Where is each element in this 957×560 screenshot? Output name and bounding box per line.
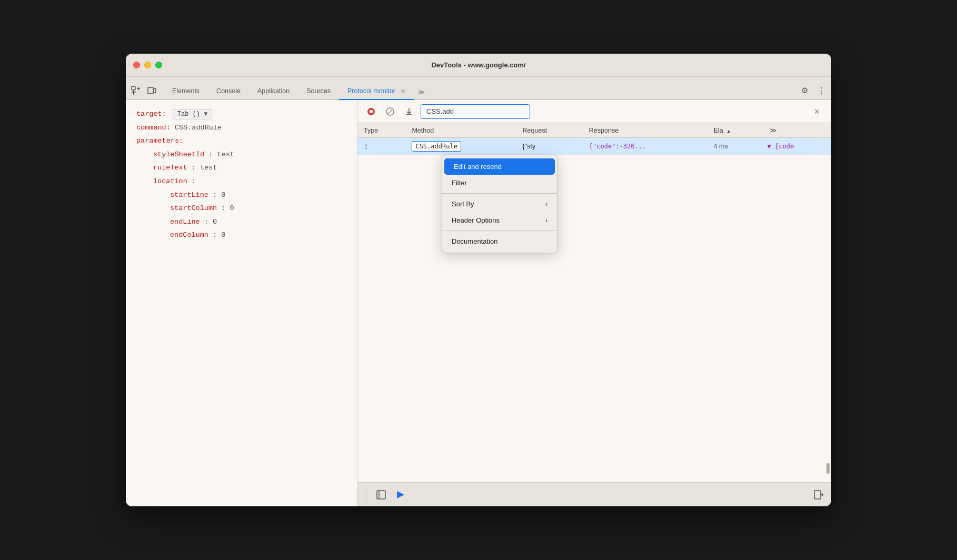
- type-icon: ↕: [364, 142, 399, 151]
- param-startline: startLine : 0: [136, 189, 346, 201]
- ctx-separator-2: [442, 231, 557, 231]
- parameters-line: parameters:: [136, 135, 346, 147]
- method-value: CSS.addRule: [412, 141, 461, 152]
- svg-rect-6: [154, 88, 156, 93]
- target-dropdown-arrow[interactable]: ▼: [204, 111, 207, 118]
- record-button[interactable]: [364, 104, 378, 119]
- sort-by-arrow-icon: ›: [545, 201, 547, 208]
- param-location: location :: [136, 176, 346, 187]
- col-more[interactable]: ≫: [761, 123, 831, 138]
- bottom-bar: [357, 482, 831, 506]
- send-button[interactable]: [394, 488, 406, 501]
- target-key: target:: [136, 110, 166, 118]
- header-options-arrow-icon: ›: [545, 217, 547, 224]
- tabbar: Elements Console Application Sources Pro…: [126, 77, 831, 100]
- svg-rect-5: [148, 87, 153, 94]
- svg-marker-15: [397, 491, 404, 498]
- row-response: {"code":-326...: [583, 138, 707, 155]
- search-wrapper: ✕: [421, 104, 825, 119]
- sidebar-toggle-icon[interactable]: [375, 488, 387, 501]
- minimize-button[interactable]: [144, 62, 151, 68]
- table-container: Type Method Request Response Ela. ≫ ↕: [357, 123, 831, 482]
- ctx-edit-resend[interactable]: Edit and resend: [444, 158, 555, 175]
- scrollbar-thumb: [826, 463, 830, 474]
- svg-line-10: [388, 109, 392, 114]
- ctx-documentation[interactable]: Documentation: [442, 233, 557, 249]
- row-method: CSS.addRule: [405, 138, 516, 155]
- more-tabs-icon[interactable]: ≫: [414, 84, 429, 100]
- divider-left: [366, 486, 366, 503]
- row-expand: ▼ {code: [761, 138, 831, 155]
- col-elapsed: Ela.: [707, 123, 761, 138]
- location-key: location: [153, 177, 187, 185]
- tab-sources[interactable]: Sources: [298, 83, 339, 100]
- ctx-filter[interactable]: Filter: [442, 175, 557, 191]
- tab-close-icon[interactable]: ✕: [401, 88, 405, 94]
- command-key: command:: [136, 124, 171, 132]
- parameters-key: parameters:: [136, 137, 183, 145]
- row-elapsed: 4 ms: [707, 138, 761, 155]
- jump-to-icon[interactable]: [812, 488, 825, 501]
- right-panel: ✕ Type Method Request Response Ela. ≫: [357, 100, 831, 506]
- svg-rect-13: [377, 491, 385, 499]
- clear-button[interactable]: [383, 104, 397, 119]
- tabbar-right: ⚙ ⋮: [799, 85, 827, 96]
- main-content: target: Tab () ▼ command: CSS.addRule pa…: [126, 100, 831, 506]
- download-button[interactable]: [402, 104, 416, 119]
- svg-rect-16: [814, 491, 821, 499]
- titlebar: DevTools - www.google.com/: [126, 54, 831, 77]
- param-endline: endLine : 0: [136, 216, 346, 228]
- param-stylesheetid: styleSheetId : test: [136, 149, 346, 161]
- param-startcolumn: startColumn : 0: [136, 203, 346, 214]
- tab-console[interactable]: Console: [208, 83, 249, 100]
- ctx-header-options[interactable]: Header Options ›: [442, 212, 557, 228]
- table-header-row: Type Method Request Response Ela. ≫: [357, 123, 831, 138]
- col-type: Type: [357, 123, 405, 138]
- param-endcolumn: endColumn : 0: [136, 229, 346, 241]
- traffic-lights: [133, 62, 162, 68]
- scrollbar[interactable]: [826, 123, 830, 474]
- close-button[interactable]: [133, 62, 140, 68]
- command-line: command: CSS.addRule: [136, 122, 346, 134]
- table-row[interactable]: ↕ CSS.addRule {"sty {"code":-326... 4 ms…: [357, 138, 831, 155]
- device-icon[interactable]: [146, 85, 157, 96]
- settings-icon[interactable]: ⚙: [799, 85, 810, 96]
- left-panel: target: Tab () ▼ command: CSS.addRule pa…: [126, 100, 357, 506]
- col-method: Method: [405, 123, 516, 138]
- row-request: {"sty: [516, 138, 583, 155]
- row-type: ↕: [357, 138, 405, 155]
- tab-protocol-monitor[interactable]: Protocol monitor ✕: [339, 83, 414, 100]
- window-title: DevTools - www.google.com/: [431, 61, 525, 69]
- col-request: Request: [516, 123, 583, 138]
- search-clear-icon[interactable]: ✕: [812, 107, 822, 116]
- tab-icon-group: [130, 85, 157, 96]
- param-ruletext: ruleText : test: [136, 162, 346, 174]
- more-menu-icon[interactable]: ⋮: [815, 85, 827, 96]
- maximize-button[interactable]: [155, 62, 162, 68]
- protocol-table: Type Method Request Response Ela. ≫ ↕: [357, 123, 831, 155]
- inspect-icon[interactable]: [130, 85, 142, 96]
- protocol-toolbar: ✕: [357, 100, 831, 123]
- ctx-separator-1: [442, 193, 557, 194]
- svg-rect-8: [370, 110, 373, 113]
- search-input[interactable]: [421, 104, 530, 119]
- context-menu: Edit and resend Filter Sort By › Header …: [442, 155, 557, 253]
- command-value: CSS.addRule: [175, 124, 222, 132]
- target-line: target: Tab () ▼: [136, 108, 346, 120]
- col-response: Response: [583, 123, 707, 138]
- ctx-sort-by[interactable]: Sort By ›: [442, 196, 557, 212]
- svg-rect-0: [132, 86, 135, 90]
- bottom-right: [812, 488, 825, 501]
- tab-application[interactable]: Application: [249, 83, 298, 100]
- tab-elements[interactable]: Elements: [164, 83, 208, 100]
- target-value[interactable]: Tab () ▼: [173, 109, 213, 119]
